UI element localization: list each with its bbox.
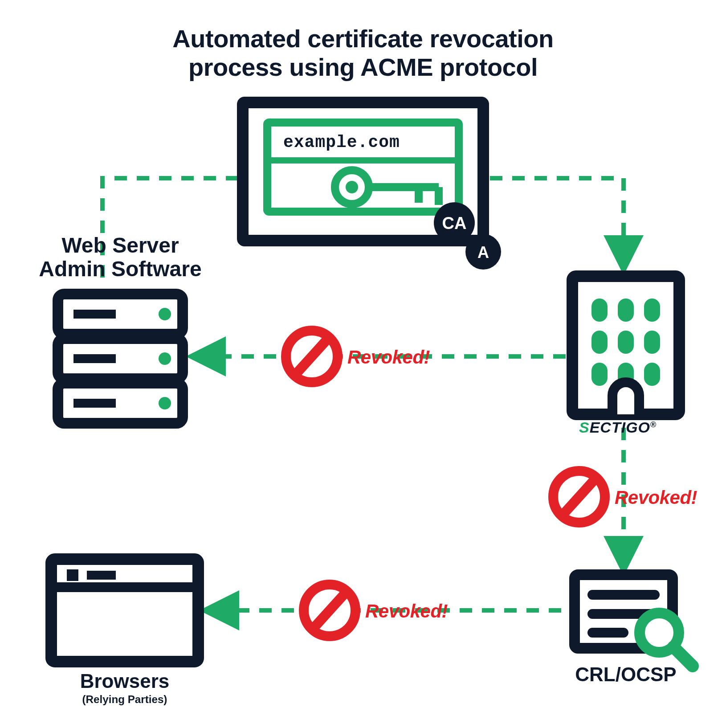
certificate-icon: CA A <box>243 102 501 270</box>
title-line-1: Automated certificate revocation <box>172 25 553 53</box>
revoked-label-2: Revoked! <box>615 487 697 508</box>
svg-line-43 <box>313 592 347 629</box>
svg-rect-25 <box>591 363 608 386</box>
svg-rect-0 <box>243 102 483 241</box>
server-icon <box>58 294 183 423</box>
prohibit-icon-1 <box>286 331 338 382</box>
svg-rect-27 <box>644 363 660 386</box>
svg-point-3 <box>335 170 369 204</box>
webserver-label-line2: Admin Software <box>39 257 201 281</box>
svg-rect-21 <box>644 299 660 322</box>
browsers-sub: (Relying Parties) <box>36 694 214 706</box>
svg-rect-19 <box>591 299 608 322</box>
sectigo-rest: ECTIGO <box>590 419 650 436</box>
svg-rect-24 <box>644 331 660 354</box>
svg-rect-32 <box>575 575 673 648</box>
svg-point-36 <box>640 613 679 652</box>
title-line-2: process using ACME protocol <box>188 53 538 81</box>
browsers-main: Browsers <box>80 670 170 692</box>
svg-text:A: A <box>477 243 489 262</box>
svg-rect-18 <box>572 276 679 414</box>
svg-rect-11 <box>58 383 183 423</box>
svg-rect-30 <box>67 569 78 581</box>
svg-point-42 <box>304 585 355 636</box>
svg-rect-22 <box>591 331 608 354</box>
revoked-label-3: Revoked! <box>365 601 448 622</box>
svg-rect-9 <box>58 294 183 334</box>
svg-rect-10 <box>58 339 183 379</box>
svg-rect-28 <box>51 559 198 662</box>
browsers-label: Browsers (Relying Parties) <box>36 671 214 706</box>
webserver-label-line1: Web Server <box>61 233 179 257</box>
svg-line-41 <box>562 478 596 515</box>
svg-point-4 <box>346 181 358 193</box>
diagram-title: Automated certificate revocation process… <box>0 25 726 82</box>
sectigo-brand-label: SECTIGO® <box>579 419 657 436</box>
document-search-icon <box>575 575 693 666</box>
revoked-label-1: Revoked! <box>347 347 430 368</box>
svg-rect-23 <box>618 331 634 354</box>
certificate-domain: example.com <box>283 133 400 152</box>
svg-point-12 <box>159 308 171 320</box>
crl-ocsp-label: CRL/OCSP <box>559 664 693 685</box>
svg-rect-20 <box>618 299 634 322</box>
svg-point-7 <box>465 234 501 270</box>
building-icon <box>572 276 679 414</box>
prohibit-icon-2 <box>553 471 605 523</box>
svg-point-14 <box>159 397 171 409</box>
svg-point-38 <box>286 331 338 382</box>
webserver-label: Web Server Admin Software <box>24 234 216 281</box>
prohibit-icon-3 <box>304 585 355 636</box>
svg-rect-26 <box>618 363 634 386</box>
svg-point-5 <box>434 202 475 243</box>
svg-point-13 <box>159 352 171 365</box>
browser-icon <box>51 559 198 662</box>
svg-point-40 <box>553 471 605 523</box>
svg-line-39 <box>295 338 329 375</box>
svg-text:CA: CA <box>442 214 467 233</box>
